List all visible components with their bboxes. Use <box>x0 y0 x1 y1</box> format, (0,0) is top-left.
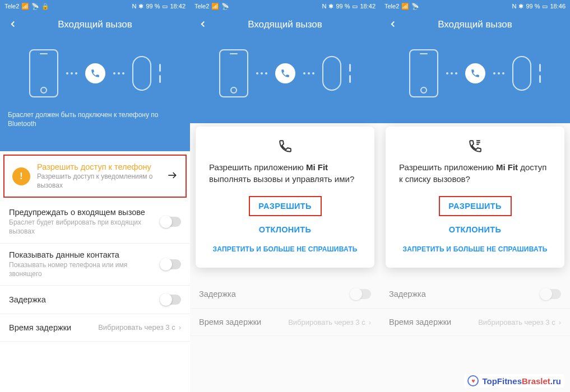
signal-icon: 📶 <box>211 3 219 10</box>
dialog-message: Разрешить приложению Mi Fit выполнять вы… <box>209 161 361 185</box>
hero-illustration <box>190 37 380 108</box>
phone-device-icon <box>29 49 58 97</box>
toggle-switch[interactable] <box>160 217 181 227</box>
toggle-switch[interactable] <box>160 295 181 305</box>
carrier-label: Tele2 <box>384 3 399 10</box>
wifi-icon: 📡 <box>221 3 229 10</box>
battery-label: 99 % <box>146 3 160 10</box>
deny-button[interactable]: ОТКЛОНИТЬ <box>399 220 551 240</box>
setting-delay-time: Время задержки Вибрировать через 3 с› <box>190 309 380 336</box>
page-title: Входящий вызов <box>248 19 322 30</box>
chevron-right-icon: › <box>179 323 181 332</box>
nfc-icon: N <box>322 3 326 10</box>
back-button[interactable] <box>8 19 18 31</box>
band-icon <box>512 56 531 91</box>
signal-icon: 📶 <box>21 3 29 10</box>
bt-icon: ✱ <box>328 3 333 10</box>
screen-3: Tele2 📶 📡 N ✱ 99 % ▭ 18:46 Входящий вызо… <box>380 0 570 392</box>
clock: 18:42 <box>360 3 376 10</box>
setting-delay[interactable]: Задержка <box>0 286 190 314</box>
band-icon <box>132 56 151 91</box>
settings-content: ! Разрешить доступ к телефону Разрешить … <box>0 151 190 392</box>
toggle-switch <box>350 289 371 299</box>
permission-dialog: Разрешить приложению Mi Fit доступ к спи… <box>386 127 564 268</box>
deny-button[interactable]: ОТКЛОНИТЬ <box>209 220 361 240</box>
page-title: Входящий вызов <box>58 19 132 30</box>
battery-icon: ▭ <box>542 3 548 10</box>
hero-illustration <box>380 37 570 108</box>
carrier-label: Tele2 <box>194 3 209 10</box>
warning-icon: ! <box>12 167 30 185</box>
screen-2: Tele2 📶 📡 N ✱ 99 % ▭ 18:42 Входящий вызо… <box>190 0 380 392</box>
header: Tele2 📶 📡 N ✱ 99 % ▭ 18:46 Входящий вызо… <box>380 0 570 123</box>
carrier-label: Tele2 <box>4 3 19 10</box>
warning-subtitle: Разрешить доступ к уведомлениям о вызова… <box>37 172 160 190</box>
phone-icon <box>277 138 294 155</box>
allow-button[interactable]: РАЗРЕШИТЬ <box>439 196 512 216</box>
permission-warning-row[interactable]: ! Разрешить доступ к телефону Разрешить … <box>3 155 187 198</box>
setting-title: Время задержки <box>9 323 71 332</box>
battery-label: 99 % <box>336 3 350 10</box>
toggle-switch <box>540 289 561 299</box>
dialog-message: Разрешить приложению Mi Fit доступ к спи… <box>399 161 551 185</box>
hero-illustration <box>0 37 190 108</box>
clock: 18:46 <box>550 3 566 10</box>
never-ask-button[interactable]: ЗАПРЕТИТЬ И БОЛЬШЕ НЕ СПРАШИВАТЬ <box>399 240 551 259</box>
back-button[interactable] <box>388 19 398 31</box>
battery-icon: ▭ <box>352 3 358 10</box>
warning-title: Разрешить доступ к телефону <box>37 162 160 171</box>
permission-dialog: Разрешить приложению Mi Fit выполнять вы… <box>196 127 374 268</box>
watermark: ♥ TopFitnesBraslet.ru <box>464 374 564 388</box>
page-title: Входящий вызов <box>438 19 512 30</box>
band-icon <box>322 56 341 91</box>
nfc-icon: N <box>512 3 516 10</box>
header: Tele2 📶 📡 🔒 N ✱ 99 % ▭ 18:42 Входящий вы… <box>0 0 190 151</box>
wifi-icon: 📡 <box>31 3 39 10</box>
phone-call-icon <box>275 63 295 83</box>
setting-delay: Задержка <box>380 280 570 309</box>
arrow-right-icon <box>166 170 178 183</box>
wifi-icon: 📡 <box>411 3 419 10</box>
vpn-icon: 🔒 <box>41 3 49 10</box>
setting-title: Предупреждать о входящем вызове <box>9 208 154 217</box>
clock: 18:42 <box>170 3 186 10</box>
setting-subtitle: Показывать номер телефона или имя звонящ… <box>9 260 154 278</box>
setting-title: Показывать данные контакта <box>9 250 154 259</box>
bt-icon: ✱ <box>138 3 143 10</box>
setting-delay-time[interactable]: Время задержки Вибрировать через 3 с › <box>0 314 190 342</box>
watermark-logo-icon: ♥ <box>467 375 479 386</box>
phone-device-icon <box>219 49 248 97</box>
signal-icon: 📶 <box>401 3 409 10</box>
call-log-icon <box>467 138 484 155</box>
back-button[interactable] <box>198 19 208 31</box>
setting-subtitle: Браслет будет вибрировать при входящих в… <box>9 218 154 236</box>
setting-incoming-alert[interactable]: Предупреждать о входящем вызове Браслет … <box>0 201 190 243</box>
setting-show-contact[interactable]: Показывать данные контакта Показывать но… <box>0 244 190 286</box>
bt-icon: ✱ <box>518 3 523 10</box>
status-bar: Tele2 📶 📡 N ✱ 99 % ▭ 18:42 <box>190 0 380 12</box>
status-bar: Tele2 📶 📡 🔒 N ✱ 99 % ▭ 18:42 <box>0 0 190 12</box>
setting-delay: Задержка <box>190 280 380 309</box>
setting-title: Задержка <box>9 295 46 304</box>
header: Tele2 📶 📡 N ✱ 99 % ▭ 18:42 Входящий вызо… <box>190 0 380 123</box>
status-bar: Tele2 📶 📡 N ✱ 99 % ▭ 18:46 <box>380 0 570 12</box>
never-ask-button[interactable]: ЗАПРЕТИТЬ И БОЛЬШЕ НЕ СПРАШИВАТЬ <box>209 240 361 259</box>
setting-delay-time: Время задержки Вибрировать через 3 с› <box>380 309 570 336</box>
phone-device-icon <box>409 49 438 97</box>
screen-1: Tele2 📶 📡 🔒 N ✱ 99 % ▭ 18:42 Входящий вы… <box>0 0 190 392</box>
phone-call-icon <box>465 63 485 83</box>
phone-call-icon <box>85 63 105 83</box>
nfc-icon: N <box>132 3 136 10</box>
hero-caption: Браслет должен быть подключен к телефону… <box>0 108 190 136</box>
battery-icon: ▭ <box>162 3 168 10</box>
toggle-switch[interactable] <box>160 259 181 269</box>
allow-button[interactable]: РАЗРЕШИТЬ <box>249 196 322 216</box>
battery-label: 99 % <box>526 3 540 10</box>
setting-value: Вибрировать через 3 с <box>98 323 175 332</box>
